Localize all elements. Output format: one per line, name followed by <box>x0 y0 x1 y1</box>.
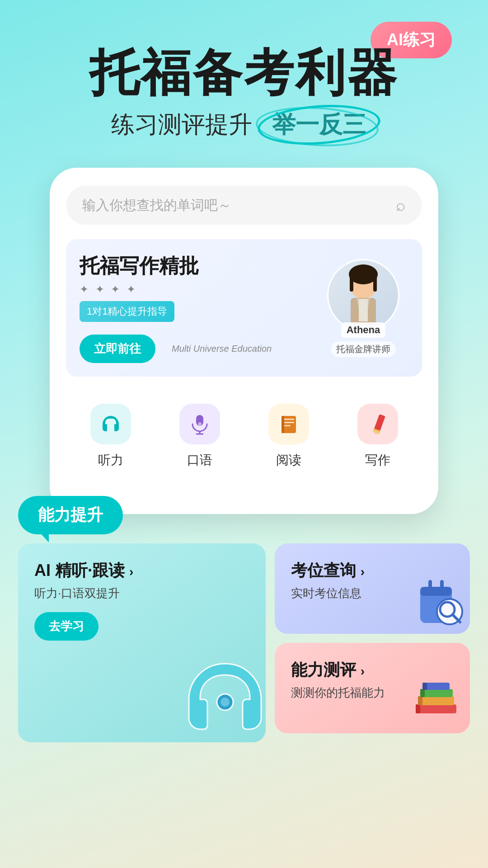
svg-point-11 <box>198 422 202 426</box>
ability-section: 能力提升 AI 精听·跟读 › 听力·口语双提升 去学习 <box>0 496 488 769</box>
banner-stars: ✦ ✦ ✦ ✦ <box>80 283 318 296</box>
hero-section: 托福备考利器 练习测评提升 举一反三 <box>0 0 488 141</box>
svg-rect-15 <box>283 425 291 426</box>
svg-rect-3 <box>373 274 377 292</box>
svg-rect-31 <box>420 689 453 697</box>
skill-item-speak[interactable]: 口语 <box>179 404 220 469</box>
search-illustration <box>411 573 465 629</box>
card-ai-listening[interactable]: AI 精听·跟读 › 听力·口语双提升 去学习 <box>18 543 266 742</box>
ability-badge[interactable]: 能力提升 <box>18 496 123 534</box>
banner-title: 托福写作精批 <box>80 253 318 279</box>
hero-subtitle: 练习测评提升 举一反三 <box>27 109 461 141</box>
skill-label-read: 阅读 <box>276 452 301 469</box>
svg-rect-30 <box>418 696 454 705</box>
hero-title: 托福备考利器 <box>27 45 461 100</box>
svg-rect-35 <box>420 689 425 697</box>
skill-item-listen[interactable]: 听力 <box>90 404 131 469</box>
ability-cards: AI 精听·跟读 › 听力·口语双提升 去学习 <box>0 534 488 769</box>
book-svg <box>277 412 300 436</box>
books-illustration <box>411 673 465 729</box>
svg-rect-23 <box>420 587 452 596</box>
svg-rect-34 <box>418 696 422 705</box>
speak-icon <box>179 404 220 444</box>
search-bar[interactable]: 输入你想查找的单词吧～ ⌕ <box>66 186 422 225</box>
hero-highlight: 举一反三 <box>261 109 377 141</box>
card-ability-test[interactable]: 能力测评 › 测测你的托福能力 <box>275 643 470 733</box>
read-icon <box>268 404 309 444</box>
promotion-banner[interactable]: 托福写作精批 ✦ ✦ ✦ ✦ 1对1精心提升指导 立即前往 Multi Univ… <box>66 239 422 377</box>
svg-point-21 <box>221 698 230 707</box>
svg-rect-2 <box>350 274 353 292</box>
svg-rect-16 <box>282 416 284 433</box>
mic-svg <box>188 412 211 436</box>
headphone-svg <box>99 412 122 436</box>
svg-rect-33 <box>416 704 420 713</box>
card-right-column: 考位查询 › 实时考位信息 <box>275 543 470 742</box>
write-icon <box>357 404 398 444</box>
banner-brand: Multi Universe Education <box>172 344 272 354</box>
skill-item-write[interactable]: 写作 <box>357 404 398 469</box>
teacher-label: 托福金牌讲师 <box>331 341 396 357</box>
card-ai-arrow: › <box>129 565 133 579</box>
card-test-arrow: › <box>361 664 365 678</box>
card-ai-btn[interactable]: 去学习 <box>34 612 99 641</box>
svg-rect-28 <box>440 580 444 589</box>
svg-rect-13 <box>283 419 294 420</box>
skill-label-listen: 听力 <box>98 452 123 469</box>
headphone-illustration <box>180 655 266 742</box>
subtitle-prefix: 练习测评提升 <box>111 109 252 141</box>
card-exam-query[interactable]: 考位查询 › 实时考位信息 <box>275 543 470 634</box>
svg-rect-27 <box>428 580 432 589</box>
teacher-avatar <box>327 259 399 331</box>
svg-rect-36 <box>422 683 427 690</box>
phone-mockup: 输入你想查找的单词吧～ ⌕ 托福写作精批 ✦ ✦ ✦ ✦ 1对1精心提升指导 立… <box>50 168 438 514</box>
banner-left: 托福写作精批 ✦ ✦ ✦ ✦ 1对1精心提升指导 立即前往 Multi Univ… <box>80 253 318 363</box>
banner-subtitle: 1对1精心提升指导 <box>80 301 174 322</box>
skill-label-write: 写作 <box>365 452 390 469</box>
teacher-name-badge: Athena <box>341 322 386 338</box>
banner-cta-button[interactable]: 立即前往 <box>80 335 155 363</box>
skill-item-read[interactable]: 阅读 <box>268 404 309 469</box>
card-ai-desc: 听力·口语双提升 <box>34 585 249 601</box>
card-ai-title: AI 精听·跟读 › <box>34 560 249 582</box>
teacher-illustration <box>332 264 395 327</box>
search-icon[interactable]: ⌕ <box>396 196 406 215</box>
pencil-svg <box>366 412 389 436</box>
svg-rect-14 <box>283 422 294 423</box>
search-placeholder: 输入你想查找的单词吧～ <box>82 196 231 215</box>
card-exam-arrow: › <box>361 565 365 579</box>
svg-rect-7 <box>359 299 368 321</box>
banner-right: Athena 托福金牌讲师 <box>318 259 408 357</box>
svg-rect-29 <box>416 704 456 713</box>
listen-icon <box>90 404 131 444</box>
skills-grid: 听力 口语 <box>66 395 422 478</box>
skill-label-speak: 口语 <box>187 452 212 469</box>
